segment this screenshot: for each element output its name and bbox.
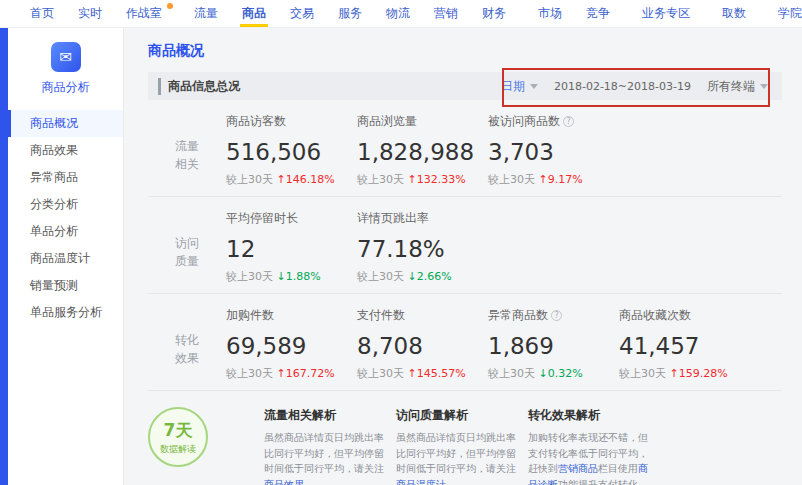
mail-icon: ✉ <box>51 42 81 72</box>
sidebar-menu: 商品概况 商品效果 异常商品 分类分析 单品分析 商品温度计 销量预测 单品服务… <box>8 110 123 326</box>
metric-card: 异常商品数? 1,869 较上30天 ↓0.32% <box>488 307 619 390</box>
metric-value: 8,708 <box>357 333 488 359</box>
compare-label: 较上30天 <box>226 173 273 186</box>
insight-column-conversion: 转化效果解析 加购转化率表现还不错，但支付转化率低于同行平均，赶快到营销商品栏目… <box>528 407 660 485</box>
metric-label: 商品收藏次数 <box>619 307 691 324</box>
metric-label: 支付件数 <box>357 307 405 324</box>
nav-item-academy[interactable]: 学院 <box>766 0 802 28</box>
sidebar-header: ✉ 商品分析 <box>8 28 123 108</box>
metric-card: 被访问商品数? 3,703 较上30天 ↑9.17% <box>488 113 619 196</box>
nav-item-logistics[interactable]: 物流 <box>374 0 422 28</box>
insight-text-part: 虽然商品详情页日均跳出率比同行平均好，但平均停留时间低于同行平均，请关注 <box>264 432 384 474</box>
metric-value: 516,506 <box>226 139 357 165</box>
metric-row-traffic: 流量相关 商品访客数 516,506 较上30天 ↑146.18% 商品浏览量 … <box>148 100 782 197</box>
metric-card: 平均停留时长 12 较上30天 ↓1.88% <box>226 210 357 293</box>
nav-item-trade[interactable]: 交易 <box>278 0 326 28</box>
metric-row-visit-quality: 访问质量 平均停留时长 12 较上30天 ↓1.88% 详情页跳出率 77.18… <box>148 197 782 294</box>
chevron-down-icon <box>760 84 768 89</box>
nav-item-home[interactable]: 首页 <box>18 0 66 28</box>
change-indicator: ↑167.72% <box>277 367 335 380</box>
insight-text: 加购转化率表现还不错，但支付转化率低于同行平均，赶快到营销商品栏目使用商品诊断功… <box>528 430 648 485</box>
page-title: 商品概况 <box>148 42 782 60</box>
group-label: 流量相关 <box>148 113 226 196</box>
hot-badge-icon <box>167 3 173 9</box>
sidebar: ✉ 商品分析 商品概况 商品效果 异常商品 分类分析 单品分析 商品温度计 销量… <box>8 28 124 485</box>
compare-label: 较上30天 <box>488 173 535 186</box>
metric-label: 平均停留时长 <box>226 210 298 227</box>
insight-column-traffic: 流量相关解析 虽然商品详情页日均跳出率比同行平均好，但平均停留时间低于同行平均，… <box>264 407 396 485</box>
change-indicator: ↓2.66% <box>408 270 452 283</box>
sidebar-item-category-analysis[interactable]: 分类分析 <box>8 191 123 218</box>
nav-item-realtime[interactable]: 实时 <box>66 0 114 28</box>
section-header: 商品信息总况 日期 2018-02-18~2018-03-19 所有终端 <box>148 72 782 100</box>
sidebar-item-product-thermometer[interactable]: 商品温度计 <box>8 245 123 272</box>
section-title: 商品信息总况 <box>158 78 240 95</box>
nav-item-traffic[interactable]: 流量 <box>182 0 230 28</box>
help-icon[interactable]: ? <box>563 116 574 127</box>
filter-bar: 日期 2018-02-18~2018-03-19 所有终端 <box>501 78 768 95</box>
metric-row-conversion: 转化效果 加购件数 69,589 较上30天 ↑167.72% 支付件数 8,7… <box>148 294 782 391</box>
nav-item-business-zone[interactable]: 业务专区 <box>630 0 702 28</box>
sidebar-item-product-effect[interactable]: 商品效果 <box>8 137 123 164</box>
arrow-up-icon: ↑ <box>408 173 417 186</box>
sidebar-title: 商品分析 <box>42 79 90 96</box>
nav-item-service[interactable]: 服务 <box>326 0 374 28</box>
nav-item-market[interactable]: 市场 <box>526 0 574 28</box>
metric-value: 41,457 <box>619 333 750 359</box>
insight-title: 访问质量解析 <box>396 407 516 424</box>
sidebar-item-sales-forecast[interactable]: 销量预测 <box>8 272 123 299</box>
metric-value: 1,828,988 <box>357 139 488 165</box>
insights-section: 7天 数据解读 流量相关解析 虽然商品详情页日均跳出率比同行平均好，但平均停留时… <box>148 407 782 485</box>
date-dropdown[interactable]: 日期 <box>501 78 538 95</box>
change-indicator: ↑146.18% <box>277 173 335 186</box>
nav-item-marketing[interactable]: 营销 <box>422 0 470 28</box>
metric-label: 异常商品数 <box>488 307 548 324</box>
terminal-dropdown[interactable]: 所有终端 <box>707 78 768 95</box>
insight-link[interactable]: 商品温度计 <box>396 479 446 485</box>
insight-title: 转化效果解析 <box>528 407 648 424</box>
nav-item-product[interactable]: 商品 <box>230 0 278 28</box>
sidebar-item-abnormal-products[interactable]: 异常商品 <box>8 164 123 191</box>
top-navigation: 首页 实时 作战室 流量 商品 交易 服务 物流 营销 财务 市场 竞争 业务专… <box>0 0 802 28</box>
compare-label: 较上30天 <box>226 367 273 380</box>
nav-item-finance[interactable]: 财务 <box>470 0 518 28</box>
change-indicator: ↑132.33% <box>408 173 466 186</box>
nav-item-warroom[interactable]: 作战室 <box>114 0 174 28</box>
insight-text: 虽然商品详情页日均跳出率比同行平均好，但平均停留时间低于同行平均，请关注商品效果… <box>264 430 384 485</box>
help-icon[interactable]: ? <box>551 310 562 321</box>
change-indicator: ↑145.57% <box>408 367 466 380</box>
metric-card: 支付件数 8,708 较上30天 ↑145.57% <box>357 307 488 390</box>
insight-text: 虽然商品详情页日均跳出率比同行平均好，但平均停留时间低于同行平均，请关注商品温度… <box>396 430 516 485</box>
insight-text-part: 栏目使用 <box>598 463 638 474</box>
date-range-value[interactable]: 2018-02-18~2018-03-19 <box>554 80 691 93</box>
arrow-up-icon: ↑ <box>277 173 286 186</box>
metric-value: 77.18% <box>357 236 488 262</box>
insight-text-part: 。 <box>446 479 456 485</box>
sidebar-item-single-product-analysis[interactable]: 单品分析 <box>8 218 123 245</box>
change-indicator: ↓0.32% <box>539 367 583 380</box>
arrow-down-icon: ↓ <box>277 270 286 283</box>
metric-card: 商品访客数 516,506 较上30天 ↑146.18% <box>226 113 357 196</box>
insight-link[interactable]: 营销商品 <box>558 463 598 474</box>
insight-link[interactable]: 商品效果 <box>264 479 304 485</box>
sidebar-item-product-overview[interactable]: 商品概况 <box>8 110 123 137</box>
insight-text-part: 虽然商品详情页日均跳出率比同行平均好，但平均停留时间低于同行平均，请关注 <box>396 432 516 474</box>
metric-label: 详情页跳出率 <box>357 210 429 227</box>
arrow-down-icon: ↓ <box>408 270 417 283</box>
chevron-down-icon <box>530 84 538 89</box>
metric-label: 加购件数 <box>226 307 274 324</box>
nav-item-competition[interactable]: 竞争 <box>574 0 622 28</box>
change-indicator: ↑159.28% <box>670 367 728 380</box>
nav-item-data-extract[interactable]: 取数 <box>710 0 758 28</box>
arrow-up-icon: ↑ <box>670 367 679 380</box>
group-label: 转化效果 <box>148 307 226 390</box>
badge-label: 数据解读 <box>160 443 196 456</box>
metric-value: 69,589 <box>226 333 357 359</box>
main-content: 商品概况 商品信息总况 日期 2018-02-18~2018-03-19 所有终… <box>124 28 802 485</box>
compare-label: 较上30天 <box>226 270 273 283</box>
badge-days: 7天 <box>164 419 193 442</box>
compare-label: 较上30天 <box>357 367 404 380</box>
arrow-down-icon: ↓ <box>539 367 548 380</box>
group-label: 访问质量 <box>148 210 226 293</box>
sidebar-item-single-product-service[interactable]: 单品服务分析 <box>8 299 123 326</box>
